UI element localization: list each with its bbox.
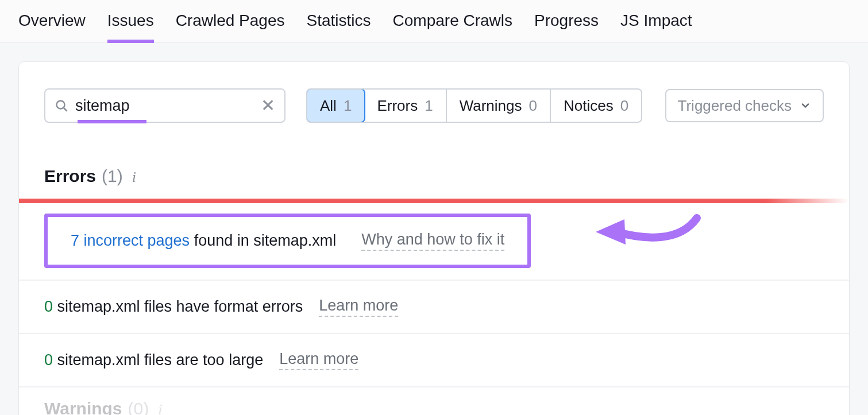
issue-row[interactable]: 0 sitemap.xml files have format errors L… <box>19 281 849 334</box>
segment-notices[interactable]: Notices 0 <box>551 90 641 122</box>
tab-progress[interactable]: Progress <box>534 11 599 42</box>
segment-warnings[interactable]: Warnings 0 <box>447 90 551 122</box>
section-title: Errors <box>44 166 96 186</box>
clear-icon[interactable]: ✕ <box>261 97 275 114</box>
segment-label: Notices <box>564 97 614 115</box>
warnings-section-heading: Warnings (0) i <box>19 387 849 415</box>
info-icon[interactable]: i <box>158 401 162 415</box>
issue-count: 0 <box>44 351 53 369</box>
errors-divider <box>19 199 849 203</box>
help-link[interactable]: Why and how to fix it <box>361 231 504 251</box>
issue-row[interactable]: 0 sitemap.xml files are too large Learn … <box>19 334 849 387</box>
issue-list: 7 incorrect pages found in sitemap.xml W… <box>19 203 849 387</box>
issue-text: sitemap.xml files are too large <box>53 351 263 369</box>
errors-section-heading: Errors (1) i <box>19 141 849 199</box>
tab-crawled-pages[interactable]: Crawled Pages <box>176 11 285 42</box>
search-value: sitemap <box>75 97 254 115</box>
segment-count: 1 <box>344 97 352 115</box>
filters-row: sitemap ✕ All 1 Errors 1 Warnings 0 Noti… <box>19 62 849 141</box>
annotation-underline <box>78 120 146 123</box>
section-title: Warnings <box>44 399 122 415</box>
segment-all[interactable]: All 1 <box>306 88 365 123</box>
svg-marker-2 <box>596 219 626 245</box>
segment-errors[interactable]: Errors 1 <box>364 90 446 122</box>
section-count: (1) <box>102 166 123 186</box>
annotation-arrow-icon <box>582 208 708 254</box>
filter-segments: All 1 Errors 1 Warnings 0 Notices 0 <box>306 88 642 123</box>
issue-row[interactable]: 7 incorrect pages found in sitemap.xml W… <box>19 203 849 281</box>
annotation-highlight-box: 7 incorrect pages found in sitemap.xml W… <box>44 214 531 268</box>
issue-count: 0 <box>44 298 53 315</box>
search-icon <box>55 99 68 113</box>
help-link[interactable]: Learn more <box>279 350 358 370</box>
help-link[interactable]: Learn more <box>319 297 398 317</box>
svg-line-1 <box>64 108 67 111</box>
tab-overview[interactable]: Overview <box>18 11 86 42</box>
issues-card: sitemap ✕ All 1 Errors 1 Warnings 0 Noti… <box>18 61 850 415</box>
triggered-checks-dropdown[interactable]: Triggered checks <box>665 89 824 122</box>
issue-link[interactable]: 7 incorrect pages <box>71 232 190 249</box>
segment-label: All <box>320 97 337 115</box>
segment-count: 0 <box>620 97 628 115</box>
tab-js-impact[interactable]: JS Impact <box>620 11 692 42</box>
dropdown-label: Triggered checks <box>678 97 792 115</box>
segment-count: 0 <box>528 97 537 115</box>
tabs-nav: Overview Issues Crawled Pages Statistics… <box>0 0 868 43</box>
issue-text: sitemap.xml files have format errors <box>53 298 303 315</box>
segment-label: Warnings <box>460 97 522 115</box>
segment-label: Errors <box>377 97 418 115</box>
issue-text: found in sitemap.xml <box>190 232 336 249</box>
segment-count: 1 <box>425 97 433 115</box>
chevron-down-icon <box>800 100 811 111</box>
section-count: (0) <box>128 399 149 415</box>
tab-statistics[interactable]: Statistics <box>307 11 371 42</box>
info-icon[interactable]: i <box>132 169 136 186</box>
tab-issues[interactable]: Issues <box>107 11 154 42</box>
tab-compare-crawls[interactable]: Compare Crawls <box>393 11 513 42</box>
search-input[interactable]: sitemap ✕ <box>44 88 286 123</box>
